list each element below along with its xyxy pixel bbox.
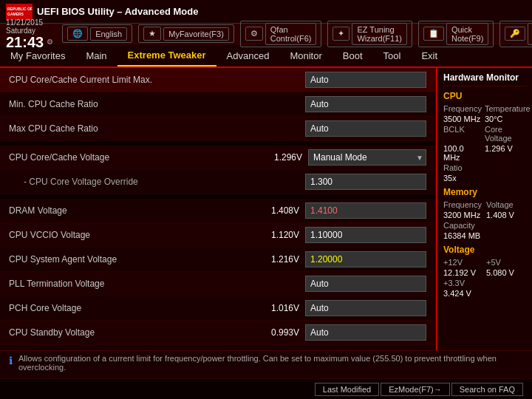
note-icon: 📋 [423,27,444,41]
search-faq-label: Search on FAQ [460,385,515,394]
mem-volt-label: Voltage [486,200,526,209]
setting-label: CPU Core/Cache Voltage [9,152,265,163]
5v-value: 5.080 V [486,268,526,277]
hot-keys-button[interactable]: 🔑 Hot Keys [499,21,532,47]
info-bar: ℹ Allows configuration of a current limi… [0,350,532,378]
mem-freq-label: Frequency [443,200,483,209]
nav-boot[interactable]: Boot [332,44,373,66]
myfavorite-button[interactable]: ★ MyFavorite(F3) [138,24,234,43]
table-row: CPU Standby Voltage 0.993V [0,321,435,345]
settings-panel: CPU Core/Cache Current Limit Max. Min. C… [0,68,436,350]
hw-voltage-grid: +12V +5V 12.192 V 5.080 V +3.3V 3.424 V [443,258,526,298]
setting-label: PCH Core Voltage [9,303,262,313]
datetime-bar: 11/21/2015 Saturday 21:43 ⚙ 🌐 English ★ … [0,24,532,44]
cpu-vccio-voltage-input[interactable] [305,227,426,243]
info-icon: ℹ [9,355,13,366]
dram-voltage-left: 1.408V [262,205,299,216]
table-row: PLL Termination Voltage [0,272,435,296]
nav-extreme-tweaker[interactable]: Extreme Tweaker [117,44,216,66]
pch-core-voltage-input[interactable] [305,300,426,316]
max-cpu-cache-ratio-input[interactable] [305,120,426,137]
datetime-tools: 🌐 English ★ MyFavorite(F3) ⚙ Qfan Contro… [62,21,532,47]
nav-monitor[interactable]: Monitor [279,44,332,66]
bclk-value: 100.0 MHz [443,144,482,162]
table-row: CPU Core/Cache Current Limit Max. [0,68,435,92]
core-volt-label: Core Voltage [485,125,531,143]
table-row: - CPU Core Voltage Override [0,170,435,194]
wand-icon: ✦ [332,27,349,41]
cpu-core-cache-limit-input[interactable] [305,72,426,88]
main-nav: My Favorites Main Extreme Tweaker Advanc… [0,44,532,68]
core-volt-value: 1.296 V [485,144,531,162]
date-display: 11/21/2015 Saturday [6,18,53,35]
globe-icon: 🌐 [67,27,88,41]
dram-voltage-input[interactable] [305,202,426,219]
qfan-button[interactable]: ⚙ Qfan Control(F6) [240,21,322,47]
hw-cpu-section: CPU [443,91,526,101]
table-row: Max CPU Cache Ratio [0,117,435,141]
cpu-voltage-select[interactable]: Manual Mode Auto Offset Mode [308,149,426,166]
standby-voltage-left: 0.993V [262,327,299,338]
content-area: CPU Core/Cache Current Limit Max. Min. C… [0,68,532,350]
setting-label: Min. CPU Cache Ratio [9,99,305,109]
search-faq-button[interactable]: Search on FAQ [451,383,523,396]
cpu-temp-value: 30°C [485,115,531,123]
ratio-label: Ratio [443,163,531,172]
setting-label: Max CPU Cache Ratio [9,123,305,134]
table-row: CPU VCCIO Voltage 1.120V [0,223,435,248]
5v-label: +5V [486,258,526,267]
nav-advanced[interactable]: Advanced [216,44,280,66]
voltage-select-wrap: Manual Mode Auto Offset Mode ▼ [308,149,426,166]
setting-label: PLL Termination Voltage [9,279,305,289]
fan-icon: ⚙ [245,27,263,41]
rog-logo-icon: REPUBLIC OF GAMERS [6,4,33,20]
hw-memory-grid: Frequency Voltage 3200 MHz 1.408 V Capac… [443,200,526,240]
ez-tuning-button[interactable]: ✦ EZ Tuning Wizard(F11) [327,21,412,47]
status-bar: Last Modified EzMode(F7)→ Search on FAQ [0,378,532,399]
setting-label: CPU Core/Cache Current Limit Max. [9,75,305,85]
vccio-voltage-left: 1.120V [262,230,299,240]
cpu-sa-voltage-input[interactable] [305,251,426,267]
min-cpu-cache-ratio-input[interactable] [305,96,426,112]
cpu-standby-voltage-input[interactable] [305,324,426,341]
last-modified-button[interactable]: Last Modified [315,383,379,396]
cpu-freq-value: 3500 MHz [443,115,482,123]
info-text: Allows configuration of a current limit … [18,354,523,372]
sa-voltage-left: 1.216V [262,254,299,265]
setting-label: CPU System Agent Voltage [9,254,262,265]
nav-exit[interactable]: Exit [411,44,448,66]
star-icon: ★ [143,27,161,41]
table-row: CPU System Agent Voltage 1.216V [0,248,435,272]
hw-memory-section: Memory [443,187,526,197]
hw-monitor-title: Hardware Monitor [443,72,526,86]
mem-freq-value: 3200 MHz [443,211,483,219]
setting-label: DRAM Voltage [9,205,262,216]
table-row: Min. CPU Cache Ratio [0,92,435,117]
capacity-value: 16384 MB [443,231,526,240]
pll-voltage-input[interactable] [305,276,426,292]
12v-value: 12.192 V [443,268,483,277]
voltage-left-value: 1.296V [265,152,302,163]
nav-main[interactable]: Main [75,44,117,66]
cpu-core-voltage-override-input[interactable] [305,174,426,190]
english-button[interactable]: 🌐 English [62,24,132,43]
nav-my-favorites[interactable]: My Favorites [0,44,75,66]
33v-value: 3.424 V [443,289,526,298]
bclk-label: BCLK [443,125,482,143]
temp-label: Temperature [485,104,531,113]
table-row: CPU Core/Cache Voltage 1.296V Manual Mod… [0,146,435,170]
bios-title: UEFI BIOS Utility – Advanced Mode [37,6,198,17]
ez-mode-button[interactable]: EzMode(F7)→ [381,383,450,396]
hw-cpu-grid: Frequency Temperature 3500 MHz 30°C BCLK… [443,104,526,183]
nav-tool[interactable]: Tool [373,44,412,66]
svg-text:REPUBLIC OF: REPUBLIC OF [7,7,33,11]
setting-label: - CPU Core Voltage Override [9,177,305,187]
quick-note-button[interactable]: 📋 Quick Note(F9) [418,21,494,47]
setting-label: CPU Standby Voltage [9,327,262,338]
capacity-label: Capacity [443,221,526,230]
pch-voltage-left: 1.016V [262,303,299,313]
33v-label: +3.3V [443,279,526,287]
ez-mode-label: EzMode(F7)→ [389,385,442,394]
ratio-value: 35x [443,174,531,183]
hw-voltage-section: Voltage [443,245,526,255]
